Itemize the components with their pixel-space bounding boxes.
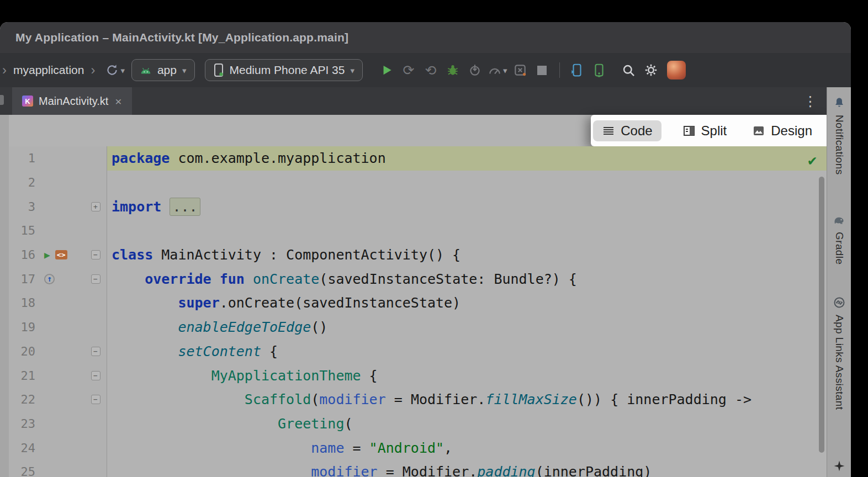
code-editor[interactable]: 1package com.example.myapplication23+imp… (9, 146, 827, 477)
module-selector[interactable]: app ▾ (131, 59, 195, 81)
code-line[interactable]: 21− MyApplicationTheme { (9, 363, 827, 388)
line-number[interactable]: 20 (9, 344, 35, 358)
code-text[interactable]: MyApplicationTheme { (107, 363, 827, 388)
code-token: ()) { innerPadding -> (577, 391, 751, 407)
line-number[interactable]: 24 (9, 441, 35, 455)
code-token: com.example.myapplication (170, 150, 385, 166)
run-configurations-button[interactable] (511, 60, 530, 80)
tab-title: MainActivity.kt (39, 95, 108, 108)
code-text[interactable]: enableEdgeToEdge() (107, 315, 827, 340)
code-text[interactable]: super.onCreate(savedInstanceState) (107, 291, 827, 315)
line-number[interactable]: 3 (9, 200, 35, 214)
code-text[interactable] (107, 171, 827, 195)
code-text[interactable]: Scaffold(modifier = Modifier.fillMaxSize… (107, 388, 827, 412)
code-token: Scaffold (245, 391, 311, 407)
code-text[interactable]: setContent { (107, 340, 827, 364)
apply-changes-button[interactable]: ⟳ (399, 60, 418, 80)
line-number[interactable]: 25 (9, 465, 35, 477)
breadcrumb[interactable]: myapplication (11, 63, 86, 77)
code-text[interactable]: override fun onCreate(savedInstanceState… (107, 267, 827, 291)
close-icon[interactable]: × (114, 96, 121, 107)
code-token (112, 295, 178, 311)
line-number[interactable]: 2 (9, 176, 35, 189)
line-number[interactable]: 19 (9, 320, 35, 334)
code-line[interactable]: 19 enableEdgeToEdge() (9, 315, 827, 340)
tab-overflow-menu[interactable]: ⋮ (803, 93, 818, 109)
code-text[interactable] (107, 219, 827, 243)
fold-marker-minus[interactable]: − (91, 274, 100, 284)
stop-button[interactable] (533, 60, 552, 80)
gutter: 19 (9, 315, 107, 340)
code-line[interactable]: 20− setContent { (9, 340, 827, 364)
line-number[interactable]: 15 (9, 224, 35, 237)
chevron-down-icon: ▾ (503, 66, 507, 75)
fold-marker-plus[interactable]: + (91, 202, 100, 211)
search-button[interactable] (620, 60, 638, 80)
code-text[interactable]: name = "Android", (107, 436, 827, 460)
editor-pane: Code Split (9, 115, 827, 477)
mode-code-button[interactable]: Code (593, 120, 661, 141)
fold-marker-minus[interactable]: − (91, 250, 100, 259)
code-text[interactable]: class MainActivity : ComponentActivity()… (107, 243, 827, 267)
split-icon (682, 124, 696, 137)
code-line[interactable]: 16▶<>−class MainActivity : ComponentActi… (9, 243, 827, 267)
profiler-button[interactable]: ▾ (488, 60, 507, 80)
tool-window-gradle[interactable]: Gradle (827, 213, 851, 264)
code-line[interactable]: 22− Scaffold(modifier = Modifier.fillMax… (9, 388, 827, 412)
running-devices-button[interactable] (590, 60, 608, 80)
code-text[interactable]: modifier = Modifier.padding(innerPadding… (107, 460, 827, 477)
run-button[interactable] (377, 60, 396, 80)
compose-gutter-icon[interactable]: <> (55, 250, 67, 259)
mode-design-button[interactable]: Design (748, 120, 817, 141)
code-text[interactable]: package com.example.myapplication (107, 146, 827, 171)
line-number[interactable]: 16 (9, 248, 35, 262)
stop-icon (537, 66, 547, 75)
assistant-button[interactable] (827, 459, 851, 473)
mode-split-button[interactable]: Split (678, 120, 732, 141)
editor-scrollbar[interactable] (819, 177, 824, 453)
debug-button[interactable] (443, 60, 462, 80)
fold-marker-minus[interactable]: − (91, 395, 100, 404)
tab-mainactivity[interactable]: K MainActivity.kt × (12, 87, 132, 115)
gutter: 24 (9, 436, 107, 460)
code-token (112, 416, 278, 432)
line-number[interactable]: 18 (9, 296, 35, 310)
design-icon (752, 124, 765, 137)
code-line[interactable]: 18 super.onCreate(savedInstanceState) (9, 291, 827, 315)
line-number[interactable]: 22 (9, 393, 35, 406)
code-token: (innerPadding) (536, 464, 652, 477)
avatar[interactable] (667, 61, 686, 80)
line-number[interactable]: 1 (9, 151, 35, 165)
code-line[interactable]: 3+import ... (9, 194, 827, 219)
override-gutter-icon[interactable]: ↑ (44, 274, 55, 284)
tool-window-app-links-assistant[interactable]: App Links Assistant (827, 296, 851, 410)
attach-debugger-button[interactable] (465, 60, 484, 80)
apply-code-changes-button[interactable]: ⟲ (421, 60, 440, 80)
inspections-status-icon[interactable]: ✔ (808, 152, 817, 168)
gradle-sync-button[interactable]: ▾ (105, 60, 125, 80)
code-line[interactable]: 25 modifier = Modifier.padding(innerPadd… (9, 460, 827, 477)
code-token: ... (170, 198, 200, 216)
device-selector[interactable]: Medium Phone API 35 ▾ (205, 59, 363, 81)
fold-marker-minus[interactable]: − (91, 371, 100, 380)
settings-button[interactable] (642, 60, 660, 80)
code-line[interactable]: 2 (9, 171, 827, 195)
fold-marker-minus[interactable]: − (91, 347, 100, 356)
line-number[interactable]: 21 (9, 369, 35, 383)
collapsed-tool-stripe-handle[interactable] (0, 95, 4, 105)
run-gutter-icon[interactable]: ▶ (44, 250, 50, 260)
code-token: padding (477, 464, 535, 477)
fold-column: − (88, 274, 103, 284)
code-line[interactable]: 24 name = "Android", (9, 436, 827, 460)
device-manager-button[interactable] (568, 60, 586, 80)
code-text[interactable]: import ... (107, 194, 827, 219)
line-number[interactable]: 17 (9, 272, 35, 286)
code-line[interactable]: 1package com.example.myapplication (9, 146, 827, 171)
line-number[interactable]: 23 (9, 417, 35, 431)
code-line[interactable]: 23 Greeting( (9, 412, 827, 436)
main-toolbar: › myapplication › ▾ app ▾ (0, 53, 851, 87)
tool-window-notifications[interactable]: Notifications (827, 96, 851, 175)
code-line[interactable]: 15 (9, 219, 827, 243)
code-text[interactable]: Greeting( (107, 412, 827, 436)
code-line[interactable]: 17↑− override fun onCreate(savedInstance… (9, 267, 827, 291)
